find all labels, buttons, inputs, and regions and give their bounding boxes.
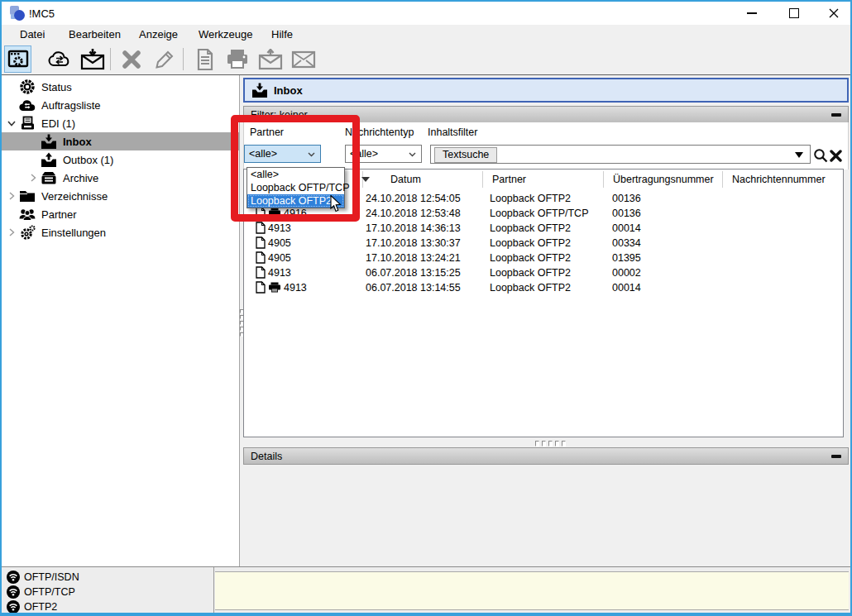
chevron-right-icon[interactable] (5, 228, 18, 236)
delete-button[interactable] (117, 45, 145, 73)
horizontal-splitter[interactable] (535, 441, 566, 446)
sidebar-item-archive[interactable]: Archive (2, 169, 239, 187)
cell-datum: 06.07.2018 13:14:55 (366, 282, 461, 294)
inbox-icon (251, 83, 268, 98)
connection-oftp-tcp[interactable]: OFTP/TCP (2, 585, 213, 599)
table-row[interactable]: 491306.07.2018 13:14:55Loopback OFTP2000… (244, 280, 843, 295)
cell-partner: Loopback OFTP2 (490, 252, 571, 264)
file-number: 4905 (268, 237, 291, 249)
sidebar-item-label: Archive (63, 172, 98, 184)
folder-icon (18, 189, 36, 203)
sidebar-item-einstellungen[interactable]: Einstellungen (2, 223, 239, 241)
table-row[interactable]: 490517.10.2018 13:30:37Loopback OFTP2003… (244, 236, 843, 251)
cell-partner: Loopback OFTP2 (490, 193, 571, 204)
wifi-status-icon (7, 600, 20, 614)
close-icon (829, 8, 839, 18)
connection-panel: OFTP/ISDN OFTP/TCP (2, 567, 214, 615)
cell-uebertragungsnummer: 00136 (612, 208, 641, 219)
sidebar-item-label: Partner (41, 208, 77, 221)
sidebar-item-status[interactable]: Status (2, 78, 239, 96)
mouse-cursor (330, 195, 343, 213)
print-button[interactable] (223, 45, 251, 73)
column-header-partner[interactable]: Partner (492, 174, 526, 185)
log-panel (215, 571, 849, 610)
mail-button[interactable] (290, 45, 317, 73)
connection-label: OFTP/ISDN (24, 571, 79, 583)
close-button[interactable] (820, 2, 848, 25)
column-header-nachrichtennummer[interactable]: Nachrichtennummer (732, 174, 826, 185)
sidebar-item-label: EDI (1) (41, 117, 75, 130)
menu-datei[interactable]: Datei (18, 27, 46, 42)
collapse-icon[interactable] (831, 455, 841, 458)
table-row[interactable]: 491317.10.2018 14:36:13Loopback OFTP2000… (244, 221, 843, 236)
printed-icon (268, 282, 281, 293)
textsuche-button[interactable]: Textsuche (434, 147, 497, 163)
sidebar-item-partner[interactable]: Partner (2, 205, 239, 223)
toolbar-separator (183, 48, 184, 70)
cell-uebertragungsnummer: 00002 (612, 267, 641, 279)
cell-uebertragungsnummer: 00014 (612, 222, 641, 234)
transfer-button[interactable] (45, 45, 73, 73)
cell-file: 4913 (256, 281, 307, 294)
delete-x-icon (122, 50, 141, 69)
edit-button[interactable] (151, 45, 178, 73)
cell-file: 4913 (256, 222, 291, 234)
printer-icon (226, 49, 249, 70)
send-mail-button[interactable] (256, 45, 284, 73)
collapse-icon[interactable] (831, 113, 841, 117)
menu-bearbeiten[interactable]: Bearbeiten (67, 27, 122, 42)
document-file-icon (256, 251, 266, 264)
menu-anzeige[interactable]: Anzeige (137, 27, 179, 42)
menu-bar: Datei Bearbeiten Anzeige Werkzeuge Hilfe (2, 25, 850, 44)
menu-hilfe[interactable]: Hilfe (270, 27, 294, 42)
inbox-icon (40, 134, 58, 150)
cell-partner: Loopback OFTP2 (490, 267, 571, 279)
status-view-button[interactable] (4, 45, 31, 73)
chevron-right-icon[interactable] (26, 174, 40, 182)
details-body (243, 465, 849, 566)
table-row[interactable]: 490517.10.2018 13:24:21Loopback OFTP2013… (244, 251, 843, 265)
document-file-icon (256, 236, 266, 249)
window-title: !MC5 (29, 7, 55, 20)
column-header-uebertragungsnummer[interactable]: Übertragungsnummer (613, 174, 714, 185)
maximize-button[interactable] (780, 2, 808, 25)
sidebar-item-inbox[interactable]: Inbox (2, 132, 239, 150)
search-icon[interactable] (813, 148, 828, 163)
sidebar-tree: Status Auftragsliste (2, 75, 240, 566)
minimize-button[interactable] (738, 2, 766, 25)
textsearch-field[interactable]: Textsuche (430, 145, 811, 164)
cell-uebertragungsnummer: 00014 (612, 282, 641, 294)
inbox-panel-title: Inbox (274, 84, 303, 97)
people-icon (18, 208, 36, 221)
dropdown-arrow-icon[interactable] (795, 152, 803, 158)
chevron-down-icon[interactable] (5, 121, 18, 127)
chevron-right-icon[interactable] (5, 192, 18, 200)
app-window: !MC5 Datei Bearbeiten Anzeige Werkzeuge … (0, 0, 852, 616)
receive-mail-button[interactable] (79, 45, 106, 73)
sidebar-item-outbox[interactable]: Outbox (1) (2, 150, 239, 169)
table-row[interactable]: 491306.07.2018 13:15:25Loopback OFTP2000… (244, 265, 843, 280)
document-file-icon (256, 281, 266, 294)
details-section-header[interactable]: Details (243, 447, 849, 465)
mail-send-icon (258, 49, 283, 70)
cell-file: 4905 (256, 236, 291, 249)
file-number: 4913 (284, 282, 307, 294)
sidebar-item-verzeichnisse[interactable]: Verzeichnisse (2, 187, 239, 205)
column-header-datum[interactable]: Datum (390, 174, 421, 185)
clear-filter-icon[interactable] (830, 150, 842, 162)
connection-oftp-isdn[interactable]: OFTP/ISDN (2, 570, 213, 585)
sidebar-item-label: Inbox (63, 136, 92, 148)
title-bar[interactable]: !MC5 (2, 2, 850, 25)
sidebar-item-label: Verzeichnisse (41, 190, 108, 203)
menu-werkzeuge[interactable]: Werkzeuge (197, 27, 255, 42)
connection-oftp2[interactable]: OFTP2 (2, 599, 213, 614)
file-number: 4905 (268, 252, 291, 264)
cell-datum: 06.07.2018 13:15:25 (366, 267, 461, 279)
sidebar-item-label: Status (41, 81, 72, 93)
toolbar (2, 44, 850, 75)
document-button[interactable] (191, 45, 218, 73)
details-header-label: Details (251, 451, 282, 462)
sidebar-item-auftragsliste[interactable]: Auftragsliste (2, 96, 239, 114)
cloud-transfer-icon (18, 99, 36, 112)
sidebar-item-edi[interactable]: EDI (1) (2, 114, 239, 132)
